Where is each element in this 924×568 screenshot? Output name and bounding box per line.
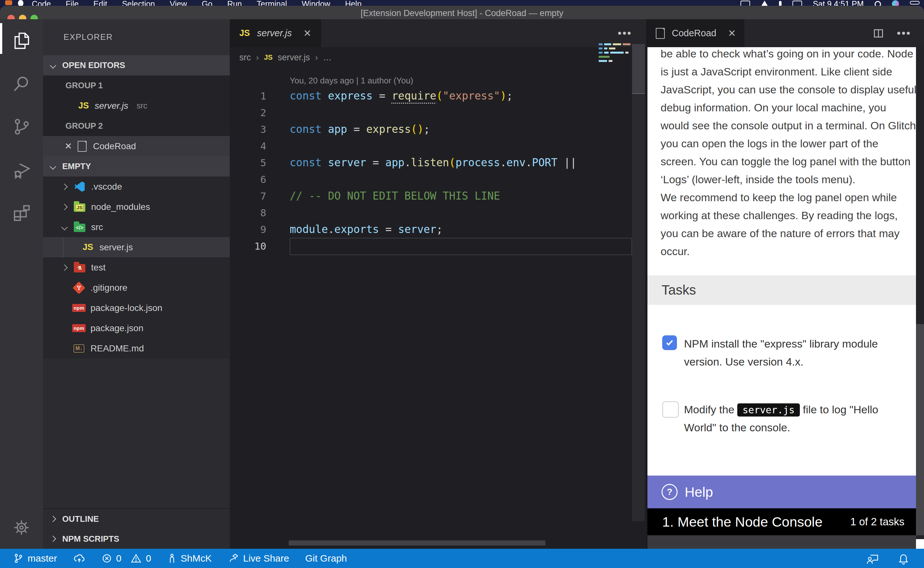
scrollbar-thumb[interactable] <box>632 44 645 94</box>
close-tab-icon[interactable]: ✕ <box>728 27 736 39</box>
tree-item-package-json[interactable]: npmpackage.json <box>43 318 230 338</box>
menu-items: CodeFileEditSelectionViewGoRunTerminalWi… <box>32 0 376 6</box>
tree-item-package-lock-json[interactable]: npmpackage-lock.json <box>43 298 230 318</box>
menu-terminal[interactable]: Terminal <box>257 0 287 6</box>
tree-item-node-modules[interactable]: JSnode_modules <box>43 197 230 217</box>
notifications-bell-icon[interactable] <box>898 552 909 565</box>
editor-group: JS server.js ✕ ••• src › JS server.js › … <box>230 19 646 549</box>
play-icon[interactable] <box>761 1 768 6</box>
menu-code[interactable]: Code <box>32 0 51 6</box>
close-tab-icon[interactable]: ✕ <box>303 27 312 39</box>
problems-button[interactable]: 0 0 <box>101 553 151 564</box>
task1-text: NPM install the "express" library module… <box>684 335 909 371</box>
code-line-2[interactable]: 2 <box>230 104 646 121</box>
tree-item-src[interactable]: </>src <box>43 217 230 237</box>
settings-gear-icon[interactable] <box>0 518 43 537</box>
npm-icon: npm <box>72 304 86 312</box>
task2-checkbox-unchecked[interactable] <box>662 401 679 418</box>
feedback-icon[interactable] <box>866 552 879 565</box>
menu-run[interactable]: Run <box>227 0 242 6</box>
folder-src-icon: </> <box>72 222 87 232</box>
tree-item-test[interactable]: ⚗test <box>43 257 230 278</box>
open-editor-coderoad[interactable]: ✕ CodeRoad <box>43 136 230 156</box>
account-button[interactable]: ShMcK <box>167 553 212 564</box>
extensions-icon[interactable] <box>0 191 43 234</box>
explorer-icon[interactable] <box>0 19 43 62</box>
menu-clock[interactable]: Sat 9 4:51 PM <box>813 0 864 6</box>
scrollbar-corner <box>916 539 924 549</box>
code-line-8[interactable]: 8 <box>230 204 646 221</box>
codelens-annotation[interactable]: You, 20 days ago | 1 author (You) <box>290 74 413 88</box>
task2-text: Modify the server.js file to log "Hello … <box>684 400 909 437</box>
document-icon <box>656 28 665 39</box>
folder-node-icon: JS <box>72 202 87 212</box>
code-line-1[interactable]: 1const express = require("express"); <box>230 88 646 104</box>
siri-icon[interactable] <box>892 0 899 6</box>
horizontal-scrollbar[interactable] <box>289 541 546 545</box>
menu-go[interactable]: Go <box>202 0 213 6</box>
menu-selection[interactable]: Selection <box>122 0 155 6</box>
tree-item-label: package-lock.json <box>90 303 162 313</box>
menu-window[interactable]: Window <box>301 0 330 6</box>
code-line-9[interactable]: 9module.exports = server; <box>230 221 646 238</box>
npm-scripts-section-header[interactable]: NPM SCRIPTS <box>43 529 230 549</box>
editor-scrollbar[interactable] <box>632 44 645 521</box>
mic-icon[interactable] <box>779 1 782 6</box>
document-icon <box>78 141 87 152</box>
sidebar-bottom-sections: OUTLINE NPM SCRIPTS <box>43 508 230 549</box>
code-line-4[interactable]: 4 <box>230 137 646 154</box>
tree-item-readme-md[interactable]: M↓README.md <box>43 338 230 358</box>
code-line-6[interactable]: 6 <box>230 171 646 188</box>
tree-item--gitignore[interactable]: .gitignore <box>43 278 230 298</box>
code-line-7[interactable]: 7// -- DO NOT EDIT BELOW THIS LINE <box>230 188 646 204</box>
open-editor-serverjs[interactable]: JS server.js src <box>43 96 230 116</box>
panel-tab-bar: CodeRoad ✕ ••• <box>647 19 924 47</box>
minimap[interactable] <box>599 43 632 64</box>
help-question-icon: ? <box>662 484 678 500</box>
tab-serverjs[interactable]: JS server.js ✕ <box>230 19 321 47</box>
apple-logo-icon[interactable] <box>18 0 23 6</box>
explorer-sidebar: EXPLORER OPEN EDITORS GROUP 1 JS server.… <box>43 19 230 549</box>
menu-help[interactable]: Help <box>345 0 361 6</box>
code-editor[interactable]: 1const express = require("express");23co… <box>230 88 646 254</box>
source-control-icon[interactable] <box>0 105 43 148</box>
display-icon[interactable] <box>740 1 750 6</box>
open-editors-header[interactable]: OPEN EDITORS <box>43 55 230 76</box>
menu-edit[interactable]: Edit <box>93 0 107 6</box>
vscode-icon <box>72 181 87 192</box>
tree-item--vscode[interactable]: .vscode <box>43 177 230 197</box>
sync-changes-button[interactable] <box>73 553 85 564</box>
tree-item-server-js[interactable]: JSserver.js <box>43 237 230 257</box>
search-icon[interactable] <box>0 62 43 105</box>
webview-scrollbar[interactable] <box>916 47 924 549</box>
outline-section-header[interactable]: OUTLINE <box>43 509 230 529</box>
lesson-progress: 1 of 2 tasks <box>850 516 904 528</box>
git-graph-button[interactable]: Git Graph <box>305 553 347 564</box>
battery-icon[interactable] <box>793 1 802 6</box>
menu-view[interactable]: View <box>170 0 187 6</box>
vscode-window: CodeFileEditSelectionViewGoRunTerminalWi… <box>0 0 924 568</box>
spotlight-icon[interactable] <box>874 1 881 6</box>
help-bar[interactable]: ? Help <box>647 476 916 508</box>
code-line-5[interactable]: 5const server = app.listen(process.env.P… <box>230 154 646 171</box>
more-actions-icon[interactable]: ••• <box>897 27 911 39</box>
editor-group-1-label: GROUP 1 <box>43 76 230 96</box>
split-editor-icon[interactable] <box>873 28 884 39</box>
tab-coderoad[interactable]: CodeRoad ✕ <box>647 19 744 47</box>
menu-file[interactable]: File <box>66 0 78 6</box>
folder-section-header[interactable]: EMPTY <box>43 156 230 177</box>
run-debug-icon[interactable] <box>0 148 43 191</box>
close-icon[interactable]: ✕ <box>63 141 73 151</box>
js-file-icon: JS <box>78 101 89 111</box>
file-tree: .vscodeJSnode_modules</>srcJSserver.js⚗t… <box>43 177 230 358</box>
coderoad-panel: CodeRoad ✕ ••• be able to check what’s g… <box>646 19 924 549</box>
git-branch-button[interactable]: master <box>13 553 57 564</box>
task1-checkbox-checked[interactable] <box>662 335 677 350</box>
code-line-3[interactable]: 3const app = express(); <box>230 121 646 137</box>
breadcrumb[interactable]: src › JS server.js › … <box>230 47 332 68</box>
live-share-button[interactable]: Live Share <box>228 553 289 564</box>
more-actions-icon[interactable]: ••• <box>618 27 632 39</box>
scrollbar-thumb[interactable] <box>916 324 924 535</box>
control-center-icon[interactable] <box>910 1 919 6</box>
chevron-down-icon <box>50 62 56 69</box>
